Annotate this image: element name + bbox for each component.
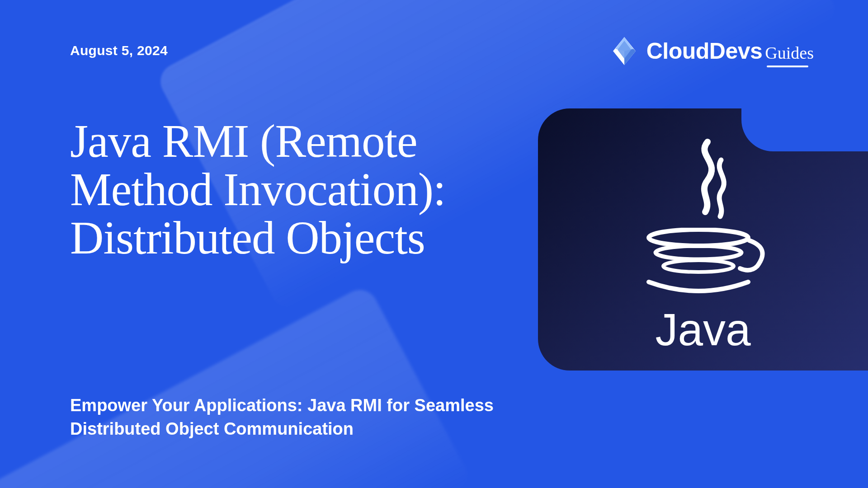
brand-text: CloudDevs Guides [646,38,814,65]
java-cup-icon [635,228,771,300]
java-steam-icon [653,137,753,228]
svg-point-2 [663,260,734,272]
java-card: Java [538,108,868,371]
brand-name: CloudDevs [646,38,763,64]
subtitle: Empower Your Applications: Java RMI for … [70,394,522,441]
java-logo: Java [635,137,771,356]
svg-point-0 [649,230,748,246]
brand-sub: Guides [765,43,814,65]
brand-block: CloudDevs Guides [609,35,814,67]
clouddevs-logo-icon [609,35,640,67]
java-wordmark: Java [655,304,750,356]
page-title: Java RMI (Remote Method Invocation): Dis… [70,117,522,262]
slide-container: August 5, 2024 CloudDevs Guides Java RMI… [0,0,868,488]
svg-point-1 [656,246,741,259]
